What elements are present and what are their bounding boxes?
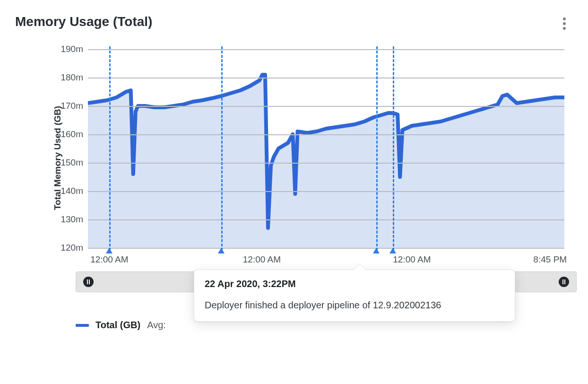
- brush-handle-right[interactable]: [559, 277, 569, 287]
- event-marker-line[interactable]: [109, 46, 111, 251]
- event-tooltip: 22 Apr 2020, 3:22PM Deployer finished a …: [194, 270, 515, 322]
- event-marker-line[interactable]: [221, 46, 223, 251]
- grid-line: [88, 49, 564, 50]
- x-tick-label: 12:00 AM: [393, 254, 431, 265]
- y-tick-label: 120m: [61, 243, 83, 253]
- grid-line: [88, 219, 564, 220]
- chart-legend: Total (GB) Avg:: [76, 320, 166, 331]
- y-tick-label: 160m: [61, 129, 83, 140]
- y-tick-label: 180m: [61, 72, 83, 83]
- event-marker-icon[interactable]: [218, 248, 225, 253]
- legend-swatch: [76, 324, 89, 327]
- tooltip-message: Deployer finished a deployer pipeline of…: [205, 300, 504, 311]
- chart-area-wrap: Total Memory Used (GB) 120m130m140m150m1…: [12, 49, 576, 267]
- grid-line: [88, 163, 564, 164]
- panel-title: Memory Usage (Total): [15, 14, 152, 29]
- y-tick-label: 130m: [61, 214, 83, 225]
- grid-line: [88, 134, 564, 135]
- legend-avg-label: Avg:: [147, 320, 166, 331]
- grid-line: [88, 78, 564, 79]
- x-tick-label: 12:00 AM: [243, 254, 281, 265]
- grid-line: [88, 106, 564, 107]
- y-tick-label: 170m: [61, 101, 83, 111]
- event-marker-icon[interactable]: [389, 248, 396, 253]
- event-marker-line[interactable]: [376, 46, 378, 251]
- y-tick-label: 150m: [61, 157, 83, 168]
- y-tick-label: 140m: [61, 186, 83, 196]
- chart-plot[interactable]: 120m130m140m150m160m170m180m190m12:00 AM…: [88, 49, 564, 248]
- y-tick-label: 190m: [61, 44, 83, 54]
- chart-panel: Memory Usage (Total) Total Memory Used (…: [0, 0, 588, 384]
- legend-series-name: Total (GB): [95, 320, 140, 331]
- x-tick-label: 12:00 AM: [90, 254, 128, 265]
- x-tick-label: 8:45 PM: [533, 254, 567, 265]
- event-marker-icon[interactable]: [106, 248, 112, 253]
- tooltip-timestamp: 22 Apr 2020, 3:22PM: [205, 279, 504, 289]
- event-marker-line[interactable]: [393, 46, 394, 251]
- brush-handle-left[interactable]: [83, 277, 94, 287]
- grid-line: [88, 248, 564, 249]
- grid-line: [88, 191, 564, 192]
- panel-menu-button[interactable]: [558, 14, 571, 33]
- panel-header: Memory Usage (Total): [12, 14, 576, 33]
- chart-series-area: [88, 49, 564, 248]
- event-marker-icon[interactable]: [373, 248, 380, 253]
